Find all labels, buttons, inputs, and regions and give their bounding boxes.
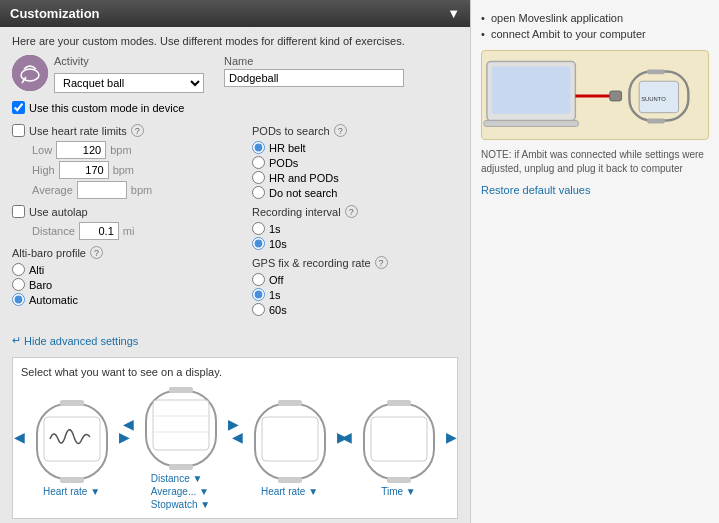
rec-1s-label: 1s [269, 223, 281, 235]
autolap-checkbox[interactable] [12, 205, 25, 218]
watch-prev-3[interactable]: ◀ [232, 429, 243, 445]
gps-60s-row: 60s [252, 303, 458, 316]
avg-input[interactable] [77, 181, 127, 199]
content-area: Activity Racquet ball Running Cycling Sw… [0, 55, 470, 328]
pods-help-icon[interactable]: ? [334, 124, 347, 137]
svg-rect-25 [610, 91, 622, 101]
watch-prev-1[interactable]: ◀ [14, 429, 25, 445]
gps-help-icon[interactable]: ? [375, 256, 388, 269]
rec-10s-radio[interactable] [252, 237, 265, 250]
restore-link[interactable]: Restore default values [481, 184, 709, 196]
instructions-list: open Moveslink application connect Ambit… [481, 10, 709, 42]
no-search-label: Do not search [269, 187, 337, 199]
hr-pods-radio[interactable] [252, 171, 265, 184]
no-search-row: Do not search [252, 186, 458, 199]
recording-header: Recording interval ? [252, 205, 458, 218]
distance-unit: mi [123, 225, 135, 237]
hr-pods-label: HR and PODs [269, 172, 339, 184]
gps-1s-radio[interactable] [252, 288, 265, 301]
altibaro-help-icon[interactable]: ? [90, 246, 103, 259]
use-custom-mode-label: Use this custom mode in device [29, 102, 184, 114]
svg-rect-22 [492, 67, 571, 114]
high-label: High [32, 164, 55, 176]
no-search-radio[interactable] [252, 186, 265, 199]
autolap-header: Use autolap [12, 205, 232, 218]
watches-row: ◀ ▶ Heart rate ▼ ◀ [21, 386, 449, 510]
watch-prev-4[interactable]: ◀ [341, 429, 352, 445]
gps-60s-radio[interactable] [252, 303, 265, 316]
watch-1-label[interactable]: Heart rate ▼ [43, 486, 100, 497]
svg-rect-18 [371, 417, 427, 461]
recording-label: Recording interval [252, 206, 341, 218]
hr-belt-row: HR belt [252, 141, 458, 154]
activity-select[interactable]: Racquet ball Running Cycling Swimming [54, 73, 204, 93]
gps-off-row: Off [252, 273, 458, 286]
title-bar: Customization ▼ [0, 0, 470, 27]
heart-rate-label: Use heart rate limits [29, 125, 127, 137]
svg-rect-8 [153, 400, 209, 450]
activity-section: Activity Racquet ball Running Cycling Sw… [12, 55, 204, 93]
svg-rect-4 [44, 417, 100, 461]
note-text: NOTE: if Ambit was connected while setti… [481, 148, 709, 176]
gps-off-radio[interactable] [252, 273, 265, 286]
intro-text: Here are your custom modes. Use differen… [0, 27, 470, 55]
watch-next-4[interactable]: ▶ [446, 429, 457, 445]
svg-rect-16 [278, 400, 302, 406]
hide-arrow-icon: ↵ [12, 334, 21, 347]
rec-1s-row: 1s [252, 222, 458, 235]
activity-name-row: Activity Racquet ball Running Cycling Sw… [12, 55, 458, 93]
name-label: Name [224, 55, 404, 67]
activity-icon [12, 55, 48, 91]
watch-prev-2[interactable]: ◀ [123, 416, 134, 432]
watch-4-label[interactable]: Time ▼ [381, 486, 416, 497]
rec-10s-row: 10s [252, 237, 458, 250]
gps-60s-label: 60s [269, 304, 287, 316]
instruction-2: connect Ambit to your computer [481, 26, 709, 42]
activity-fields: Activity Racquet ball Running Cycling Sw… [54, 55, 204, 93]
hr-belt-label: HR belt [269, 142, 306, 154]
distance-input[interactable] [79, 222, 119, 240]
use-custom-mode-checkbox[interactable] [12, 101, 25, 114]
low-input[interactable] [56, 141, 106, 159]
baro-radio[interactable] [12, 278, 25, 291]
high-input[interactable] [59, 161, 109, 179]
title-arrow[interactable]: ▼ [447, 6, 460, 21]
distance-label: Distance [32, 225, 75, 237]
svg-rect-11 [169, 464, 193, 470]
watch-2-label-3[interactable]: Stopwatch ▼ [151, 499, 210, 510]
watch-3-label[interactable]: Heart rate ▼ [261, 486, 318, 497]
device-image: SUUNTO [481, 50, 709, 140]
baro-radio-row: Baro [12, 278, 232, 291]
svg-rect-15 [278, 477, 302, 483]
pods-radio[interactable] [252, 156, 265, 169]
distance-field: Distance mi [12, 222, 232, 240]
alti-radio-row: Alti [12, 263, 232, 276]
watch-2-label-2[interactable]: Average... ▼ [151, 486, 209, 497]
heart-rate-checkbox[interactable] [12, 124, 25, 137]
heart-rate-help-icon[interactable]: ? [131, 124, 144, 137]
name-input[interactable] [224, 69, 404, 87]
watch-1: ◀ ▶ Heart rate ▼ [22, 399, 122, 497]
svg-rect-20 [387, 400, 411, 406]
svg-rect-12 [169, 387, 193, 393]
hide-advanced-link[interactable]: ↵ Hide advanced settings [0, 328, 470, 353]
recording-help-icon[interactable]: ? [345, 205, 358, 218]
alti-radio[interactable] [12, 263, 25, 276]
automatic-radio[interactable] [12, 293, 25, 306]
avg-unit: bpm [131, 184, 152, 196]
high-field: High bpm [12, 161, 232, 179]
high-unit: bpm [113, 164, 134, 176]
svg-text:SUUNTO: SUUNTO [641, 96, 666, 102]
gps-1s-row: 1s [252, 288, 458, 301]
svg-rect-19 [387, 477, 411, 483]
altibaro-label: Alti-baro profile [12, 247, 86, 259]
hr-belt-radio[interactable] [252, 141, 265, 154]
rec-1s-radio[interactable] [252, 222, 265, 235]
svg-rect-23 [484, 121, 578, 127]
watch-2-label-1[interactable]: Distance ▼ [151, 473, 203, 484]
gps-off-label: Off [269, 274, 283, 286]
pods-option-label: PODs [269, 157, 298, 169]
watch-2-svg [131, 386, 231, 471]
use-custom-mode-row: Use this custom mode in device [12, 101, 458, 114]
settings-row: Use heart rate limits ? Low bpm High bpm… [12, 118, 458, 318]
